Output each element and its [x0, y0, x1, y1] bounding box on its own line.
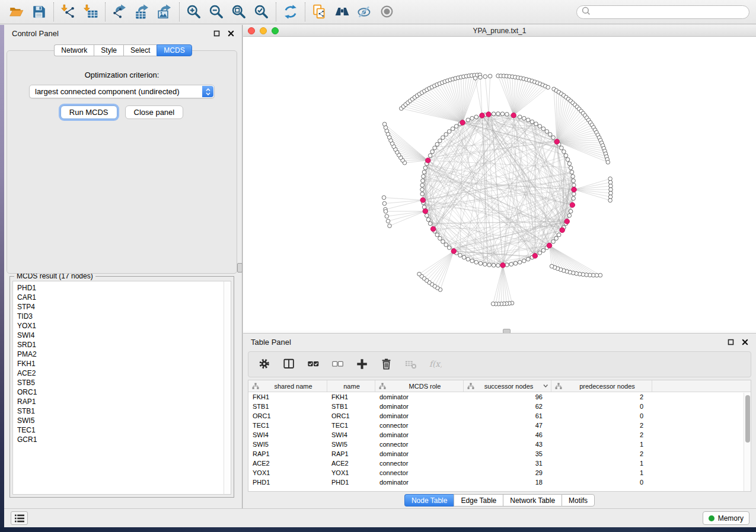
mcds-node[interactable]	[423, 209, 428, 214]
network-node[interactable]	[422, 175, 426, 179]
export-network-button[interactable]	[111, 3, 129, 21]
network-leaf-node[interactable]	[488, 74, 492, 78]
tab-style[interactable]: Style	[94, 44, 123, 56]
network-node[interactable]	[447, 246, 451, 250]
mcds-node[interactable]	[500, 262, 506, 268]
network-node[interactable]	[466, 257, 470, 261]
network-leaf-node[interactable]	[385, 214, 389, 219]
network-node[interactable]	[428, 153, 432, 158]
network-leaf-node[interactable]	[608, 181, 613, 185]
network-leaf-node[interactable]	[386, 219, 390, 223]
table-row[interactable]: PHD1PHD1dominator180	[248, 477, 751, 487]
network-leaf-node[interactable]	[491, 302, 495, 306]
network-node[interactable]	[572, 183, 576, 187]
network-node[interactable]	[538, 251, 542, 255]
network-node[interactable]	[438, 236, 442, 241]
zoom-in-button[interactable]	[185, 3, 203, 21]
tab-network[interactable]: Network	[54, 44, 94, 56]
network-node[interactable]	[492, 112, 496, 116]
network-node[interactable]	[551, 136, 556, 140]
network-node[interactable]	[566, 158, 570, 162]
network-leaf-node[interactable]	[483, 75, 487, 79]
network-leaf-node[interactable]	[382, 201, 387, 206]
hide-graphics-button[interactable]	[356, 3, 374, 21]
network-node[interactable]	[487, 263, 492, 267]
network-node[interactable]	[560, 146, 564, 150]
mcds-node[interactable]	[430, 226, 436, 232]
network-node[interactable]	[571, 175, 575, 179]
zoom-selected-button[interactable]	[253, 3, 270, 21]
mcds-result-item[interactable]: TID3	[17, 312, 224, 321]
network-node[interactable]	[509, 262, 513, 267]
window-minimize-button[interactable]	[260, 27, 267, 34]
column-header-shared-name[interactable]: shared name	[248, 380, 327, 392]
network-node[interactable]	[567, 214, 572, 218]
select-all-button[interactable]	[307, 358, 320, 371]
network-leaf-node[interactable]	[388, 224, 392, 228]
network-node[interactable]	[435, 142, 439, 146]
network-leaf-node[interactable]	[384, 210, 388, 214]
network-node[interactable]	[444, 133, 448, 137]
mcds-result-item[interactable]: PHD1	[17, 283, 224, 293]
tab-network-table[interactable]: Network Table	[503, 494, 562, 507]
network-node[interactable]	[572, 192, 576, 196]
apply-layout-button[interactable]	[282, 3, 299, 21]
network-canvas[interactable]	[243, 37, 756, 331]
network-node[interactable]	[451, 127, 455, 131]
network-from-selection-button[interactable]	[311, 3, 328, 21]
mcds-node[interactable]	[554, 139, 560, 145]
tab-select[interactable]: Select	[123, 44, 157, 56]
network-node[interactable]	[426, 217, 430, 222]
table-row[interactable]: RAP1RAP1dominator352	[248, 449, 751, 459]
search-network-button[interactable]	[333, 3, 351, 21]
network-node[interactable]	[572, 197, 576, 201]
mcds-node[interactable]	[486, 112, 492, 117]
network-node[interactable]	[483, 262, 487, 267]
save-session-button[interactable]	[30, 3, 48, 21]
network-node[interactable]	[526, 257, 530, 261]
memory-button[interactable]: Memory	[703, 511, 749, 525]
export-image-button[interactable]	[156, 3, 174, 21]
network-node[interactable]	[438, 139, 442, 143]
close-panel-button[interactable]	[228, 30, 234, 37]
network-node[interactable]	[447, 130, 451, 134]
window-close-button[interactable]	[248, 27, 255, 34]
network-node[interactable]	[428, 222, 432, 226]
table-scrollbar[interactable]	[744, 393, 751, 491]
network-node[interactable]	[551, 240, 556, 244]
column-header-successor-nodes[interactable]: successor nodes	[464, 380, 551, 392]
network-node[interactable]	[496, 264, 500, 268]
network-node[interactable]	[564, 153, 568, 158]
network-node[interactable]	[505, 113, 509, 117]
create-column-button[interactable]	[356, 358, 369, 371]
network-leaf-node[interactable]	[417, 272, 422, 276]
tab-motifs[interactable]: Motifs	[562, 494, 595, 507]
mcds-node[interactable]	[560, 227, 565, 233]
mcds-result-item[interactable]: STB1	[17, 406, 224, 416]
mcds-result-item[interactable]: ORC1	[17, 387, 224, 397]
split-panel-button[interactable]	[283, 358, 296, 371]
network-node[interactable]	[454, 124, 458, 129]
network-node[interactable]	[466, 118, 470, 122]
table-row[interactable]: ORC1ORC1dominator610	[248, 411, 751, 421]
network-node[interactable]	[541, 127, 546, 131]
network-leaf-node[interactable]	[546, 85, 550, 89]
network-leaf-node[interactable]	[609, 184, 613, 188]
column-header-name[interactable]: name	[327, 380, 375, 392]
mcds-node[interactable]	[570, 203, 575, 208]
table-row[interactable]: STB1STB1dominator620	[248, 402, 751, 411]
network-node[interactable]	[570, 170, 574, 174]
network-node[interactable]	[479, 261, 483, 265]
network-node[interactable]	[492, 264, 496, 268]
mcds-node[interactable]	[547, 243, 552, 248]
network-leaf-node[interactable]	[608, 198, 613, 203]
mcds-result-item[interactable]: YOX1	[17, 321, 224, 331]
mcds-node[interactable]	[460, 120, 465, 126]
table-row[interactable]: SWI4SWI4dominator462	[248, 430, 751, 440]
tab-node-table[interactable]: Node Table	[404, 494, 454, 507]
delete-column-button[interactable]	[380, 358, 393, 371]
mcds-result-item[interactable]: RAP1	[17, 397, 224, 406]
window-zoom-button[interactable]	[272, 27, 279, 34]
network-node[interactable]	[548, 133, 553, 137]
network-leaf-node[interactable]	[382, 196, 386, 200]
